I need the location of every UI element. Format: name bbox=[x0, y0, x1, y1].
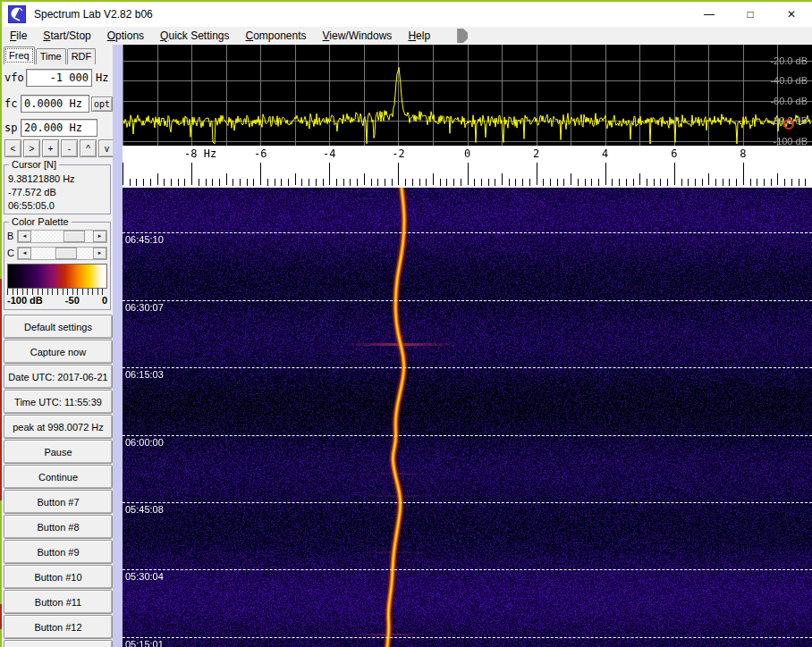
display-area: -20.0 dB-40.0 dB-60.0 dB-80.0 dB-100 dB … bbox=[123, 45, 812, 647]
window-title: Spectrum Lab V2.82 b06 bbox=[34, 8, 153, 21]
fc-label: fc bbox=[4, 97, 21, 110]
time-label: 06:30:07 bbox=[125, 302, 164, 313]
close-button[interactable]: ✕ bbox=[771, 2, 812, 27]
cursor-level: -77.572 dB bbox=[4, 186, 110, 199]
menu-file[interactable]: File bbox=[2, 27, 35, 45]
menu-help[interactable]: Help bbox=[400, 27, 438, 45]
freq-axis-label: -6 bbox=[254, 147, 266, 160]
contrast-slider[interactable]: ◄ ► bbox=[17, 247, 107, 260]
palette-group-title: Color Palette bbox=[9, 216, 72, 227]
cursor-group-title: Cursor [N] bbox=[9, 159, 59, 170]
palette-scale-mid: -50 bbox=[65, 295, 80, 306]
button-10[interactable]: Button #10 bbox=[4, 565, 113, 589]
button-7[interactable]: Button #7 bbox=[4, 490, 113, 514]
continue-button[interactable]: Continue bbox=[4, 465, 113, 489]
menu-components[interactable]: Components bbox=[238, 27, 315, 45]
sp-label: sp bbox=[4, 122, 21, 134]
contrast-slider-thumb[interactable] bbox=[55, 248, 77, 259]
shift-up-button[interactable]: ^ bbox=[80, 139, 97, 157]
contrast-slider-label: C bbox=[7, 248, 17, 258]
tab-freq[interactable]: Freq bbox=[4, 46, 35, 64]
contrast-right-arrow-icon[interactable]: ► bbox=[93, 248, 106, 259]
button-9[interactable]: Button #9 bbox=[4, 540, 113, 564]
time-label: 05:30:04 bbox=[125, 571, 164, 582]
screen-edge-left bbox=[0, 0, 2, 647]
button-12[interactable]: Button #12 bbox=[4, 615, 113, 639]
cursor-frequency: 9.38121880 Hz bbox=[4, 172, 110, 186]
peak-readout-button[interactable]: peak at 998.0072 Hz bbox=[4, 415, 113, 439]
brightness-slider-thumb[interactable] bbox=[63, 231, 85, 242]
fc-input[interactable]: 0.0000 Hz bbox=[21, 95, 89, 113]
brightness-slider-label: B bbox=[7, 231, 17, 241]
db-axis-label: -60.0 dB bbox=[770, 96, 808, 106]
vfo-input[interactable]: -1 000 bbox=[26, 69, 92, 87]
brightness-left-arrow-icon[interactable]: ◄ bbox=[18, 231, 31, 242]
contrast-left-arrow-icon[interactable]: ◄ bbox=[18, 248, 31, 259]
time-label: 05:15:01 bbox=[125, 639, 164, 647]
palette-scale-min: -100 dB bbox=[7, 295, 43, 306]
cursor-time: 06:55:05.0 bbox=[4, 199, 110, 213]
zoom-in-button[interactable]: + bbox=[42, 139, 59, 157]
tab-rdf[interactable]: RDF bbox=[67, 48, 97, 64]
vfo-unit: Hz bbox=[96, 71, 108, 84]
date-utc-button[interactable]: Date UTC: 2017-06-21 bbox=[4, 365, 113, 389]
freq-nav-buttons: < > + - ^ v bbox=[4, 139, 115, 157]
freq-left-button[interactable]: < bbox=[4, 139, 21, 157]
time-label: 06:45:10 bbox=[125, 234, 164, 245]
freq-axis-label: 0 bbox=[464, 147, 470, 160]
time-label: 05:45:08 bbox=[125, 504, 164, 515]
fc-opt-button[interactable]: opt bbox=[91, 97, 113, 112]
tab-time[interactable]: Time bbox=[36, 48, 66, 64]
time-label: 06:00:00 bbox=[125, 437, 164, 448]
time-grid-line bbox=[123, 502, 812, 503]
time-utc-button[interactable]: Time UTC: 11:55:39 bbox=[4, 390, 113, 414]
waterfall-display[interactable]: 06:45:1006:30:0706:15:0306:00:0005:45:08… bbox=[123, 188, 812, 647]
time-grid-line bbox=[123, 300, 812, 301]
spectrum-lab-window: Spectrum Lab V2.82 b06 — □ ✕ File Start/… bbox=[0, 0, 812, 647]
brightness-right-arrow-icon[interactable]: ► bbox=[93, 231, 106, 242]
palette-gradient bbox=[7, 264, 107, 289]
db-axis-label: -20.0 dB bbox=[770, 55, 808, 66]
default-settings-button[interactable]: Default settings bbox=[4, 315, 113, 339]
time-grid-line bbox=[123, 367, 812, 368]
frequency-axis: -8 Hz-6-4-202468 bbox=[123, 146, 812, 188]
window-controls: — □ ✕ bbox=[689, 2, 812, 27]
menu-options[interactable]: Options bbox=[99, 27, 152, 45]
panel-gap bbox=[113, 45, 123, 647]
button-8[interactable]: Button #8 bbox=[4, 515, 113, 539]
title-bar: Spectrum Lab V2.82 b06 — □ ✕ bbox=[2, 2, 812, 27]
minimize-button[interactable]: — bbox=[689, 2, 730, 27]
zoom-out-button[interactable]: - bbox=[61, 139, 78, 157]
cursor-info-group: Cursor [N] 9.38121880 Hz -77.572 dB 06:5… bbox=[4, 164, 111, 214]
pause-button[interactable]: Pause bbox=[4, 440, 113, 464]
menu-quick-settings[interactable]: Quick Settings bbox=[152, 27, 237, 45]
screen-edge-top bbox=[0, 0, 812, 2]
sp-input[interactable]: 20.000 Hz bbox=[21, 119, 97, 137]
palette-scale: -100 dB -50 0 bbox=[7, 295, 107, 306]
freq-axis-label: 2 bbox=[533, 147, 539, 160]
color-palette-group: Color Palette B ◄ ► C ◄ ► -10 bbox=[4, 222, 111, 310]
freq-axis-label: -2 bbox=[392, 147, 404, 160]
menu-start-stop[interactable]: Start/Stop bbox=[35, 27, 98, 45]
freq-axis-label: -8 Hz bbox=[184, 147, 216, 160]
time-grid-line bbox=[123, 232, 812, 233]
palette-ruler bbox=[7, 289, 107, 295]
capture-now-button[interactable]: Capture now bbox=[4, 340, 113, 364]
cursor-marker-icon bbox=[783, 119, 794, 130]
freq-right-button[interactable]: > bbox=[23, 139, 40, 157]
freq-axis-label: -4 bbox=[323, 147, 335, 160]
control-panel: Freq Time RDF vfo -1 000 Hz fc 0.0000 Hz… bbox=[2, 45, 113, 647]
vfo-label: vfo bbox=[4, 71, 26, 84]
palette-scale-max: 0 bbox=[102, 295, 107, 306]
time-grid-line bbox=[123, 435, 812, 436]
panel-button-partial[interactable] bbox=[4, 640, 113, 647]
button-11[interactable]: Button #11 bbox=[4, 590, 113, 614]
app-icon bbox=[8, 5, 26, 23]
freq-axis-label: 4 bbox=[602, 147, 608, 160]
brightness-slider[interactable]: ◄ ► bbox=[17, 230, 107, 243]
time-grid-line bbox=[123, 569, 812, 570]
maximize-button[interactable]: □ bbox=[730, 2, 771, 27]
menu-view-windows[interactable]: View/Windows bbox=[315, 27, 401, 45]
stop-octagon-icon[interactable] bbox=[453, 29, 468, 43]
spectrum-display[interactable]: -20.0 dB-40.0 dB-60.0 dB-80.0 dB-100 dB bbox=[123, 45, 812, 146]
